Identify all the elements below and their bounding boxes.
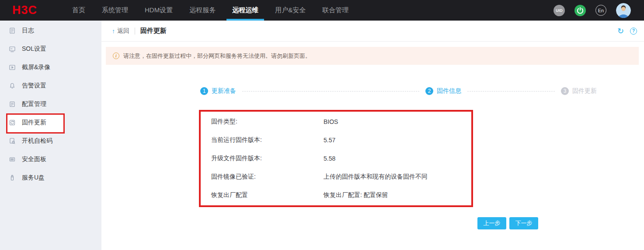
sidebar-item-config-management[interactable]: 配置管理 [0,95,101,113]
sidebar-item-label: 服务U盘 [22,174,45,182]
nav-remote-ops[interactable]: 远程运维 [224,0,267,21]
sidebar-item-log[interactable]: 日志 [0,21,101,40]
nav-remote-service[interactable]: 远程服务 [181,0,224,21]
navbar-right-icons: UID En [553,0,631,21]
sidebar-item-label: 开机自检码 [22,137,52,145]
sidebar-item-label: 截屏&录像 [22,63,50,71]
sidebar-item-screen-record[interactable]: 截屏&录像 [0,58,101,77]
info-label: 固件镜像已验证: [211,173,324,181]
back-button[interactable]: ↑ 返回 [112,27,129,35]
nav-system-management[interactable]: 系统管理 [94,0,136,21]
sidebar-item-service-usb[interactable]: 服务U盘 [0,169,101,187]
page-title: 固件更新 [140,27,167,35]
sidebar-list: 日志 SOL设置 截屏&录像 [0,21,101,187]
info-value: 上传的固件版本和现有的设备固件不同 [324,173,428,181]
back-label: 返回 [117,27,129,35]
sidebar-item-label: 告警设置 [22,82,46,90]
sidebar-item-alarm-settings[interactable]: 告警设置 [0,77,101,95]
sidebar: 日志 SOL设置 截屏&录像 [0,21,101,250]
help-icon[interactable]: ? [630,28,637,35]
page-actions: ↻ ? [617,27,637,35]
info-icon: i [113,53,119,59]
post-code-icon [9,137,16,144]
firmware-info-panel-red-annotation: 固件类型: BIOS 当前运行固件版本: 5.57 升级文件固件版本: 5.58… [199,110,473,207]
info-value: BIOS [324,118,338,125]
sidebar-item-post-code[interactable]: 开机自检码 [0,132,101,150]
info-row-firmware-type: 固件类型: BIOS [211,113,471,131]
info-label: 恢复出厂配置 [211,191,324,199]
step-firmware-update: 3 固件更新 [561,87,597,95]
sidebar-item-label: 安全面板 [22,155,46,163]
breadcrumb: ↑ 返回 固件更新 ↻ ? [101,21,644,42]
sidebar-item-label: SOL设置 [22,45,46,53]
step-label: 固件更新 [572,87,597,95]
nav-hdm-settings[interactable]: HDM设置 [136,0,181,21]
info-row-upgrade-version: 升级文件固件版本: 5.58 [211,149,471,168]
wizard-buttons: 上一步 下一步 [477,217,644,229]
avatar[interactable] [616,3,631,18]
top-navbar: H3C 首页 系统管理 HDM设置 远程服务 远程运维 用户&安全 联合管理 U… [0,0,644,21]
info-value: 恢复出厂配置: 配置保留 [324,191,388,199]
info-row-current-version: 当前运行固件版本: 5.57 [211,131,471,149]
config-management-icon [9,101,16,108]
step-label: 固件信息 [437,87,461,95]
language-toggle[interactable]: En [595,5,606,16]
sidebar-item-label: 配置管理 [22,100,46,108]
step-number: 3 [561,87,569,95]
notice-banner: i 请注意，在固件更新过程中，部分网页和服务将无法使用。请勿刷新页面。 [106,47,639,65]
sidebar-item-secure-panel[interactable]: 安全面板 [0,150,101,169]
alarm-settings-icon [9,82,16,89]
screen-record-icon [9,64,16,71]
log-icon [9,27,16,34]
firmware-update-icon [9,119,16,126]
info-label: 升级文件固件版本: [211,155,324,162]
next-step-button[interactable]: 下一步 [509,217,538,229]
sidebar-item-sol-settings[interactable]: SOL设置 [0,40,101,58]
service-usb-icon [9,174,16,181]
step-connector [467,91,555,92]
secure-panel-icon [9,156,16,163]
info-value: 5.58 [324,155,335,162]
refresh-icon[interactable]: ↻ [617,27,624,35]
sidebar-item-firmware-update[interactable]: 固件更新 [0,113,101,132]
info-label: 当前运行固件版本: [211,136,324,144]
power-icon[interactable] [574,5,586,16]
info-row-image-verified: 固件镜像已验证: 上传的固件版本和现有的设备固件不同 [211,168,471,186]
step-label: 更新准备 [212,87,236,95]
main-nav: 首页 系统管理 HDM设置 远程服务 远程运维 用户&安全 联合管理 [64,0,357,21]
wizard-stepper: 1 更新准备 2 固件信息 3 固件更新 [101,87,644,95]
main-content: ↑ 返回 固件更新 ↻ ? i 请注意，在固件更新过程中，部分网页和服务将无法使… [101,21,644,250]
step-connector [242,91,419,92]
nav-home[interactable]: 首页 [64,0,94,21]
info-value: 5.57 [324,137,335,144]
step-number: 1 [200,87,208,95]
step-firmware-info: 2 固件信息 [425,87,461,95]
back-arrow-icon: ↑ [112,28,115,34]
sidebar-item-label: 固件更新 [22,119,46,127]
h3c-logo[interactable]: H3C [12,0,64,21]
info-label: 固件类型: [211,118,324,126]
step-number: 2 [425,87,433,95]
hdm-app-window: H3C 首页 系统管理 HDM设置 远程服务 远程运维 用户&安全 联合管理 U… [0,0,644,250]
notice-text: 请注意，在固件更新过程中，部分网页和服务将无法使用。请勿刷新页面。 [123,52,311,60]
nav-user-security[interactable]: 用户&安全 [267,0,314,21]
sidebar-item-label: 日志 [22,27,34,35]
sol-settings-icon [9,46,16,53]
previous-step-button[interactable]: 上一步 [477,217,506,229]
info-row-factory-config: 恢复出厂配置 恢复出厂配置: 配置保留 [211,186,471,204]
nav-federated-management[interactable]: 联合管理 [314,0,357,21]
step-update-prepare: 1 更新准备 [200,87,236,95]
uid-indicator[interactable]: UID [553,5,565,16]
breadcrumb-divider [135,28,135,35]
